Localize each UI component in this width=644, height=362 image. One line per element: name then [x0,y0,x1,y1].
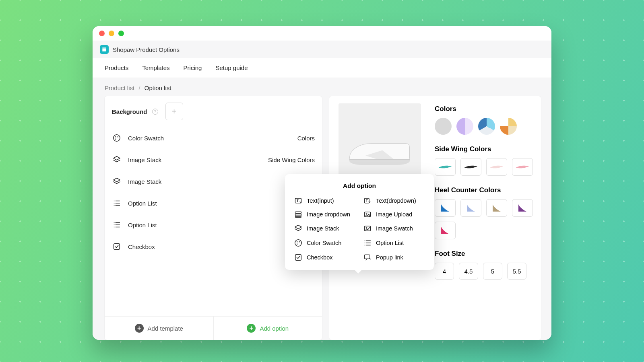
stack-icon [112,155,122,164]
breadcrumb: Product list / Option list [93,78,551,96]
window-zoom-button[interactable] [118,31,124,36]
background-add-button[interactable]: + [165,103,183,120]
svg-point-14 [114,224,115,225]
foot-size-option[interactable]: 5.5 [507,263,526,280]
popup-option-textdrop[interactable]: Text(dropdown) [363,197,425,205]
add-template-label: Add template [148,325,183,332]
popup-option-palette[interactable]: Color Swatch [294,239,356,247]
heel-thumb[interactable] [486,199,507,217]
color-swatch[interactable] [456,118,473,135]
foot-size-option[interactable]: 5 [483,263,502,280]
list-icon [363,239,372,247]
tab-setup[interactable]: Setup guide [215,64,248,71]
option-value: Side Wing Colors [268,156,315,163]
popup-option-popup[interactable]: Popup link [363,253,425,262]
help-icon[interactable]: ? [152,109,158,115]
popup-option-label: Text(input) [307,197,334,204]
side-wing-thumb[interactable] [512,158,533,176]
textdrop-icon [363,197,372,205]
background-label: Background [112,108,147,115]
side-wing-thumb[interactable] [460,158,481,176]
svg-point-28 [299,241,300,242]
svg-point-29 [297,244,297,245]
side-wing-heading: Side Wing Colors [435,145,533,153]
tab-pricing[interactable]: Pricing [184,64,202,71]
side-wing-thumbs [435,158,533,176]
foot-size-option[interactable]: 4.5 [459,263,478,280]
popup-option-imgdrop[interactable]: Image dropdown [294,210,356,218]
popup-option-label: Image Upload [376,211,412,218]
side-wing-thumb[interactable] [486,158,507,176]
svg-point-13 [114,222,115,223]
popup-option-label: Text(dropdown) [376,197,416,204]
foot-size-boxes: 44.555.5 [435,263,533,280]
foot-size-option[interactable]: 4 [435,263,454,280]
svg-point-27 [297,241,297,242]
svg-point-26 [295,240,302,247]
color-swatch[interactable] [500,118,517,135]
product-options-column: Colors Side Wing Colors Heel Counter Col… [435,103,533,333]
svg-rect-19 [295,212,301,213]
window-minimize-button[interactable] [109,31,114,36]
stack-icon [294,224,303,233]
svg-rect-36 [295,255,301,261]
plus-icon: + [247,324,256,333]
svg-point-3 [115,139,116,140]
product-preview-image [339,103,421,186]
option-row[interactable]: Image Stack Side Wing Colors [105,149,322,171]
panel-footer: + Add template + Add option [105,316,322,340]
svg-point-15 [114,227,115,228]
color-swatch[interactable] [435,118,452,135]
content-area: Background ? + Color Swatch Colors Image… [93,96,551,340]
breadcrumb-separator: / [138,84,140,91]
svg-point-25 [366,227,367,228]
tab-products[interactable]: Products [105,64,128,71]
svg-rect-20 [295,214,301,216]
add-template-button[interactable]: + Add template [105,317,214,340]
popup-icon [363,253,372,261]
popup-option-stack[interactable]: Image Stack [294,224,356,233]
palette-icon [294,239,303,247]
heel-thumb[interactable] [435,222,456,239]
popup-option-list[interactable]: Option List [363,239,425,247]
popup-option-label: Color Swatch [307,240,341,246]
stack-icon [112,177,122,186]
svg-point-1 [115,136,116,137]
heel-thumbs [435,199,533,239]
upload-icon [363,210,372,218]
popup-option-upload[interactable]: Image Upload [363,210,425,218]
popup-option-label: Image Swatch [376,225,413,232]
popup-option-label: Checkbox [307,254,332,261]
heel-heading: Heel Counter Colors [435,186,533,194]
popup-option-text[interactable]: Text(input) [294,197,356,205]
side-wing-thumb[interactable] [435,158,456,176]
option-value: Colors [297,135,315,142]
svg-point-23 [366,213,367,214]
svg-point-34 [365,243,365,243]
window-close-button[interactable] [99,31,105,36]
svg-rect-37 [365,255,370,259]
breadcrumb-current: Option list [144,84,171,91]
add-option-popup: Add option Text(input)Text(dropdown)Imag… [285,174,434,270]
option-row[interactable]: Color Swatch Colors [105,127,322,149]
popup-options-grid: Text(input)Text(dropdown)Image dropdownI… [294,197,425,262]
heel-thumb[interactable] [512,199,533,217]
plus-icon: + [135,324,144,333]
colors-swatches [435,118,533,135]
svg-point-7 [114,201,115,202]
add-option-button[interactable]: + Add option [214,317,322,340]
popup-option-swatch[interactable]: Image Swatch [363,224,425,233]
tab-templates[interactable]: Templates [142,64,169,71]
color-swatch[interactable] [478,118,495,135]
svg-point-8 [114,203,115,204]
popup-option-checkbox[interactable]: Checkbox [294,253,356,262]
heel-thumb[interactable] [460,199,481,217]
checkbox-icon [294,253,303,262]
svg-point-2 [118,136,118,137]
heel-thumb[interactable] [435,199,456,217]
popup-title: Add option [294,182,425,189]
checkbox-icon [112,242,122,251]
breadcrumb-parent[interactable]: Product list [105,84,134,91]
imgdrop-icon [294,210,303,218]
svg-rect-16 [114,244,120,250]
